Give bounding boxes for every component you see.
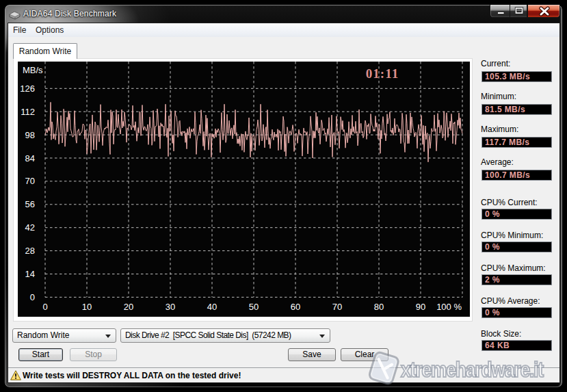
svg-text:28: 28	[25, 246, 35, 256]
svg-text:70: 70	[332, 302, 342, 312]
svg-text:112: 112	[21, 107, 35, 117]
svg-text:0: 0	[30, 292, 35, 302]
svg-text:0: 0	[42, 302, 47, 312]
svg-text:90: 90	[416, 302, 425, 312]
svg-text:84: 84	[25, 153, 35, 164]
svg-text:56: 56	[25, 199, 35, 209]
svg-text:01:11: 01:11	[366, 66, 399, 81]
svg-text:10: 10	[82, 302, 92, 312]
svg-text:70: 70	[25, 176, 35, 186]
svg-text:60: 60	[291, 302, 300, 312]
svg-text:100 %: 100 %	[436, 302, 462, 312]
svg-text:50: 50	[249, 302, 259, 312]
svg-text:42: 42	[25, 222, 35, 233]
svg-text:98: 98	[25, 130, 35, 140]
svg-text:30: 30	[166, 302, 175, 312]
svg-text:MB/s: MB/s	[23, 65, 43, 75]
svg-text:14: 14	[25, 269, 35, 279]
svg-text:20: 20	[124, 302, 133, 312]
svg-text:40: 40	[207, 302, 217, 312]
svg-text:80: 80	[374, 302, 384, 312]
svg-text:126: 126	[20, 83, 35, 94]
